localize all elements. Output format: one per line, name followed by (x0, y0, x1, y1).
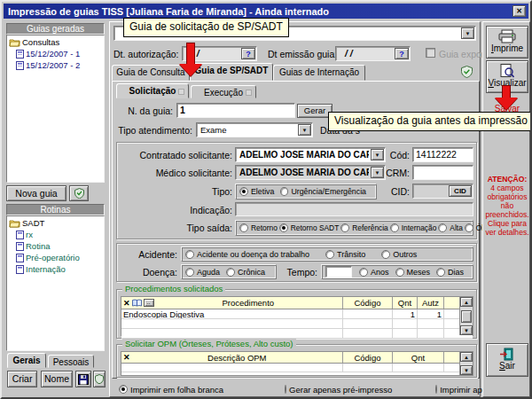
tabs-shield-icon[interactable] (461, 66, 473, 78)
acidente-radiogroup: Acidente ou doença do trabalho Trânsito … (181, 246, 473, 262)
dropdown-button[interactable]: ▼ (371, 149, 384, 160)
criar-button[interactable]: Criar (7, 371, 37, 387)
tree-item-internacao[interactable]: Internação (16, 264, 104, 274)
tree-item-guide-1[interactable]: 15/12/2007 - 1 (16, 49, 104, 59)
empty-row[interactable] (121, 319, 473, 329)
tipo-atendimento-combobox[interactable]: Exame ▼ (196, 122, 313, 137)
tree-item-rotina[interactable]: Rotina (16, 241, 104, 251)
radio-label: Trânsito (337, 250, 365, 259)
cod-input[interactable]: 14112222 (412, 147, 473, 162)
doenca-radiogroup: Aguda Crônica (181, 264, 277, 279)
routine-shield-button[interactable] (93, 371, 106, 387)
save-guide-button[interactable] (75, 371, 91, 387)
radio-alta[interactable] (438, 223, 447, 232)
radio-outros[interactable] (381, 250, 390, 259)
radio-label: Outros (393, 250, 417, 259)
tipo-atendimento-label: Tipo atendimento: (113, 125, 192, 136)
tree-item-guide-2[interactable]: 15/12/2007 - 2 (16, 60, 104, 70)
indicacao-input[interactable] (235, 202, 473, 216)
radio-aguda[interactable] (185, 268, 194, 277)
delete-row-icon[interactable]: ✕ (123, 353, 130, 362)
scroll-up-button[interactable]: ▲ (460, 352, 473, 362)
scroll-down-button[interactable]: ▼ (460, 365, 473, 375)
tab-label: Guia de SP/SADT (195, 66, 269, 75)
imprime-label: Imprime (487, 43, 528, 53)
imprime-button[interactable]: Imprime (486, 26, 528, 59)
indicacao-label: Indicação: (119, 205, 232, 215)
tab-guia-de-sp-sadt[interactable]: Guia de SP/SADT (190, 63, 273, 81)
tree-folder-consultas[interactable]: Consultas (9, 37, 104, 47)
radio-acidente-trabalho[interactable] (185, 250, 194, 259)
radio-eletiva[interactable] (239, 187, 248, 196)
radio-retorno[interactable] (239, 223, 248, 232)
radio-label: Urgência/Emergência (291, 187, 366, 196)
lookup-book-icon[interactable] (132, 299, 142, 307)
dt-autorizacao-help-button[interactable]: ? (241, 48, 255, 59)
cid-input[interactable]: CID (412, 184, 473, 199)
dt-emissao-field[interactable]: / / ? (335, 46, 411, 61)
tempo-input[interactable] (325, 266, 352, 278)
tab-guia-de-consulta[interactable]: Guia de Consulta (112, 65, 190, 81)
radio-obito[interactable] (465, 223, 473, 232)
scroll-up-button[interactable]: ▲ (460, 297, 473, 307)
attention-warning[interactable]: ATENÇÃO: 4 campos obrigatórios não preen… (485, 175, 529, 237)
contratado-label: Contratado solicitante: (119, 150, 232, 160)
radio-anos[interactable] (359, 268, 368, 277)
contratado-combobox[interactable]: ADELMO JOSE MARIA DO CARMO ▼ (235, 147, 386, 162)
gerar-button[interactable]: Gerar (297, 104, 332, 118)
tree-item-pre-operatorio[interactable]: Pré-operatório (16, 253, 104, 262)
nova-guia-button[interactable]: Nova guia (6, 185, 66, 201)
n-guia-input[interactable]: 1 (176, 103, 295, 118)
chevron-down-icon: ▼ (466, 31, 471, 36)
dropdown-button[interactable]: ▼ (298, 124, 311, 136)
empty-row[interactable] (121, 364, 473, 372)
opm-group: Solicitar OPM (Órteses, Próteses, Alto c… (116, 344, 477, 378)
sidebar-tab-pessoais[interactable]: Pessoais (48, 355, 94, 368)
medico-label: Médico solicitante: (119, 168, 232, 178)
more-options-button[interactable]: .. (144, 299, 154, 307)
document-icon (16, 242, 24, 251)
delete-row-icon[interactable]: ✕ (123, 299, 130, 308)
crm-input[interactable] (412, 165, 473, 180)
radio-retorno-sadt[interactable] (279, 223, 288, 232)
guia-exportada-checkbox[interactable] (426, 48, 435, 58)
radio-folha-branca[interactable] (119, 385, 128, 394)
sidebar-tab-gerais[interactable]: Gerais (7, 353, 46, 368)
subtab-solicitacao[interactable]: Solicitação (116, 83, 189, 98)
close-button[interactable]: ✕ (512, 5, 526, 17)
radio-meses[interactable] (395, 268, 404, 277)
radio-referencia[interactable] (340, 223, 349, 232)
cid-button[interactable]: CID (449, 185, 472, 197)
nova-guia-shield-button[interactable] (69, 185, 89, 201)
opm-scrollbar[interactable]: ▲ ▼ (459, 352, 473, 375)
tree-folder-sadt[interactable]: SADT (9, 218, 104, 228)
nome-button[interactable]: Nome (41, 371, 73, 387)
procedimentos-scrollbar[interactable]: ▲ ▼ (459, 297, 473, 335)
procedimentos-table: ✕ .. Procedimento Código Qnt Autz Endosc… (121, 296, 473, 336)
tab-guias-de-internacao[interactable]: Guias de Internação (273, 65, 365, 81)
cell-codigo (343, 309, 393, 318)
radio-label: Meses (407, 268, 431, 277)
subtab-execucao[interactable]: Execução (191, 85, 256, 98)
scroll-thumb[interactable] (461, 310, 472, 323)
dt-emissao-help-button[interactable]: ? (395, 48, 409, 59)
radio-internacao[interactable] (390, 223, 399, 232)
radio-cronica[interactable] (226, 268, 235, 277)
tempo-radiogroup: Anos Meses Dias (321, 264, 473, 279)
radio-pre-impresso[interactable] (285, 385, 286, 394)
tree-item-label: rx (26, 230, 33, 239)
dropdown-button[interactable]: ▼ (461, 27, 474, 39)
medico-combobox[interactable]: ADELMO JOSE MARIA DO CARMO ▼ (235, 165, 386, 180)
scroll-down-button[interactable]: ▼ (460, 325, 473, 335)
empty-row[interactable] (121, 329, 473, 339)
procedimento-row[interactable]: Endoscopia Digestiva 1 1 (121, 309, 473, 319)
dropdown-button[interactable]: ▼ (371, 167, 384, 178)
tipo-atendimento-value: Exame (200, 125, 296, 135)
radio-dias[interactable] (436, 268, 445, 277)
radio-apenas-valores[interactable] (435, 385, 437, 394)
sair-button[interactable]: Sair (486, 343, 528, 377)
radio-transito[interactable] (325, 250, 334, 259)
attention-body: 4 campos obrigatórios não preenchidos. C… (485, 184, 529, 237)
radio-urgencia-emergencia[interactable] (280, 187, 288, 196)
tree-item-rx[interactable]: rx (16, 230, 104, 239)
